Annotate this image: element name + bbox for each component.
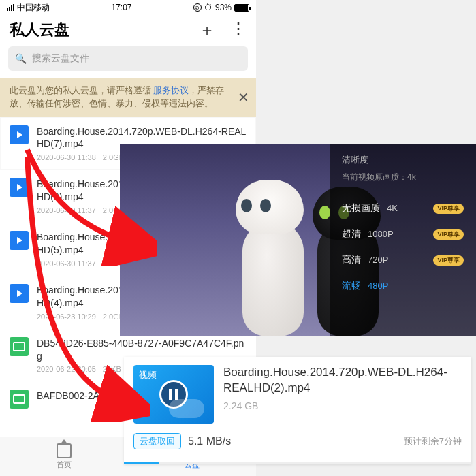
policy-link[interactable]: 服务协议: [153, 86, 189, 95]
more-button[interactable]: ⋮: [230, 19, 247, 41]
original-quality-label: 当前视频原画质：4k: [342, 172, 464, 183]
tab-home[interactable]: 首页: [0, 437, 128, 476]
download-eta: 预计剩余7分钟: [404, 435, 462, 447]
search-input[interactable]: 🔍 搜索云盘文件: [8, 46, 248, 71]
signal-icon: [7, 4, 14, 11]
video-icon: [10, 178, 29, 197]
image-icon: [10, 337, 29, 356]
quality-option-480p[interactable]: 流畅480P: [342, 273, 464, 299]
close-icon[interactable]: ✕: [238, 87, 249, 108]
image-icon: [10, 390, 29, 409]
battery-icon: [234, 4, 249, 12]
battery-pct: 93%: [215, 3, 232, 12]
add-button[interactable]: ＋: [199, 19, 215, 41]
vip-badge: VIP尊享: [433, 255, 464, 266]
download-filesize: 2.24 GB: [223, 400, 462, 411]
cloud-shape-icon: [169, 399, 204, 418]
quality-option-4k[interactable]: 无损画质4K VIP尊享: [342, 195, 464, 221]
carrier-label: 中国移动: [17, 2, 50, 14]
media-type-tag: 视频: [139, 369, 157, 381]
vip-badge: VIP尊享: [433, 204, 464, 214]
dnd-icon: ⊘: [193, 3, 202, 12]
download-filename: Boarding.House.2014.720p.WEB-DL.H264-REA…: [223, 365, 462, 396]
search-placeholder: 搜索云盘文件: [32, 52, 89, 65]
vip-badge: VIP尊享: [433, 229, 464, 240]
quality-option-720p[interactable]: 高清720P VIP尊享: [342, 247, 464, 273]
download-thumbnail[interactable]: 视频: [133, 365, 214, 424]
progress-bar: [124, 462, 471, 464]
page-title: 私人云盘: [10, 20, 69, 40]
video-icon: [10, 284, 29, 303]
home-icon: [57, 443, 72, 458]
search-icon: 🔍: [15, 53, 27, 64]
alarm-icon: ⏱: [204, 3, 212, 12]
quality-panel: 清晰度 当前视频原画质：4k 无损画质4K VIP尊享 超清1080P VIP尊…: [330, 144, 476, 336]
video-icon: [10, 125, 29, 144]
clock: 17:07: [111, 3, 131, 12]
video-icon: [10, 231, 29, 250]
policy-notice: 此云盘为您的私人云盘，请严格遵循 服务协议，严禁存放、传输任何涉密、色情、暴力、…: [0, 78, 256, 117]
status-bar: 中国移动 17:07 ⊘ ⏱ 93%: [0, 0, 256, 15]
download-speed: 5.1 MB/s: [188, 435, 231, 447]
download-card: 视频 Boarding.House.2014.720p.WEB-DL.H264-…: [124, 357, 471, 464]
quality-option-1080p[interactable]: 超清1080P VIP尊享: [342, 221, 464, 247]
quality-title: 清晰度: [342, 154, 464, 166]
page-header: 私人云盘 ＋ ⋮: [0, 15, 256, 46]
cloud-retrieve-button[interactable]: 云盘取回: [133, 433, 181, 449]
video-player-overlay: 清晰度 当前视频原画质：4k 无损画质4K VIP尊享 超清1080P VIP尊…: [120, 144, 476, 336]
